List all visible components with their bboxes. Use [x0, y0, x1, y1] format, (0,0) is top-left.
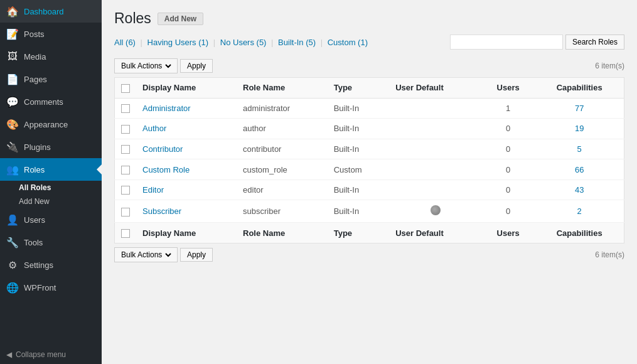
bottom-bulk-actions-select[interactable]: Bulk Actions: [119, 250, 173, 260]
sidebar-item-appearance[interactable]: 🎨 Appearance: [0, 113, 102, 136]
sidebar-item-label: Plugins: [24, 142, 51, 152]
sidebar-item-roles[interactable]: 👥 Roles: [0, 158, 102, 181]
sidebar-item-label: Comments: [24, 97, 63, 107]
page-title: Roles: [114, 10, 151, 27]
table-header-row: Display Name Role Name Type User Default…: [115, 78, 624, 99]
table-row: Custom Rolecustom_roleCustom066: [115, 159, 624, 180]
top-toolbar: Bulk Actions Apply 6 item(s): [114, 55, 624, 77]
display-name-link[interactable]: Subscriber: [142, 206, 181, 216]
sidebar-item-wpfront[interactable]: 🌐 WPFront: [0, 276, 102, 299]
display-name-link[interactable]: Contributor: [142, 144, 183, 154]
header-type: Type: [328, 78, 390, 99]
filter-all[interactable]: All (6): [114, 38, 136, 47]
capabilities-link[interactable]: 2: [577, 206, 582, 216]
sidebar-item-label: Roles: [24, 165, 45, 174]
row-display-name: Editor: [136, 179, 237, 200]
sidebar-item-users[interactable]: 👤 Users: [0, 208, 102, 231]
footer-select-all-checkbox[interactable]: [121, 229, 130, 238]
tools-icon: 🔧: [6, 236, 19, 249]
search-roles-button[interactable]: Search Roles: [565, 35, 624, 50]
capabilities-link[interactable]: 19: [575, 124, 584, 133]
sidebar-sub-all-roles[interactable]: All Roles: [0, 181, 102, 195]
pages-icon: 📄: [6, 73, 19, 85]
top-toolbar-left: Bulk Actions Apply: [114, 58, 213, 73]
row-capabilities: 5: [535, 139, 624, 159]
filter-having-users[interactable]: Having Users (1): [147, 38, 209, 47]
filter-no-users[interactable]: No Users (5): [220, 38, 267, 47]
top-apply-button[interactable]: Apply: [180, 59, 213, 73]
bottom-bulk-actions-dropdown[interactable]: Bulk Actions: [114, 247, 178, 262]
row-check-cell: [115, 139, 137, 159]
filter-custom[interactable]: Custom (1): [328, 38, 368, 47]
sidebar-item-pages[interactable]: 📄 Pages: [0, 68, 102, 90]
row-users: 1: [481, 98, 535, 119]
row-type: Custom: [328, 159, 390, 180]
table-body: AdministratoradministratorBuilt-In177Aut…: [115, 98, 624, 243]
row-checkbox[interactable]: [121, 104, 130, 113]
main-content: Roles Add New All (6) | Having Users (1)…: [102, 0, 637, 364]
filter-built-in[interactable]: Built-In (5): [278, 38, 316, 47]
header-role-name: Role Name: [237, 78, 328, 99]
footer-col-6: Capabilities: [535, 223, 624, 244]
bulk-actions-select[interactable]: Bulk Actions: [119, 61, 173, 71]
collapse-label: Collapse menu: [16, 350, 66, 359]
sep4: |: [321, 38, 323, 47]
roles-table: Display Name Role Name Type User Default…: [114, 77, 624, 244]
sep1: |: [141, 38, 142, 47]
sidebar-item-posts[interactable]: 📝 Posts: [0, 23, 102, 45]
capabilities-link[interactable]: 66: [575, 165, 584, 174]
capabilities-link[interactable]: 77: [575, 104, 584, 113]
sidebar-item-tools[interactable]: 🔧 Tools: [0, 231, 102, 254]
row-type: Built-In: [328, 179, 390, 200]
row-user-default: [389, 139, 481, 159]
table-footer-header-row: Display NameRole NameTypeUser DefaultUse…: [115, 223, 624, 244]
plugins-icon: 🔌: [6, 141, 19, 153]
sidebar-sub-add-new[interactable]: Add New: [0, 195, 102, 208]
row-checkbox[interactable]: [121, 208, 130, 217]
sidebar-item-dashboard[interactable]: 🏠 Dashboard: [0, 0, 102, 23]
wpfront-icon: 🌐: [6, 281, 19, 294]
posts-icon: 📝: [6, 28, 19, 40]
row-checkbox[interactable]: [121, 186, 130, 195]
sidebar-item-label: Appearance: [24, 120, 68, 129]
display-name-link[interactable]: Administrator: [142, 104, 191, 113]
capabilities-link[interactable]: 43: [575, 185, 584, 195]
capabilities-link[interactable]: 5: [577, 144, 582, 154]
collapse-menu[interactable]: ◀ Collapse menu: [0, 345, 102, 364]
select-all-checkbox[interactable]: [121, 84, 130, 93]
search-input[interactable]: [450, 35, 563, 50]
sidebar-item-settings[interactable]: ⚙ Settings: [0, 254, 102, 276]
row-display-name: Custom Role: [136, 159, 237, 180]
row-check-cell: [115, 159, 137, 180]
row-type: Built-In: [328, 139, 390, 159]
row-type: Built-In: [328, 98, 390, 119]
bottom-apply-button[interactable]: Apply: [180, 248, 213, 262]
add-new-button[interactable]: Add New: [158, 13, 203, 25]
footer-col-1: Display Name: [136, 223, 237, 244]
row-display-name: Author: [136, 119, 237, 139]
display-name-link[interactable]: Author: [142, 124, 166, 133]
row-capabilities: 2: [535, 200, 624, 223]
row-checkbox[interactable]: [121, 145, 130, 154]
sidebar-item-label: Dashboard: [24, 7, 64, 16]
row-role-name: subscriber: [237, 200, 328, 223]
display-name-link[interactable]: Custom Role: [142, 165, 190, 174]
row-type: Built-In: [328, 119, 390, 139]
sep3: |: [271, 38, 273, 47]
row-role-name: editor: [237, 179, 328, 200]
sidebar-item-comments[interactable]: 💬 Comments: [0, 90, 102, 113]
sidebar-item-label: Pages: [24, 75, 47, 84]
sidebar-item-label: Posts: [24, 29, 45, 39]
display-name-link[interactable]: Editor: [142, 185, 164, 195]
row-checkbox[interactable]: [121, 166, 130, 174]
row-type: Built-In: [328, 200, 390, 223]
header-user-default: User Default: [389, 78, 481, 99]
sidebar-item-plugins[interactable]: 🔌 Plugins: [0, 136, 102, 158]
bulk-actions-dropdown[interactable]: Bulk Actions: [114, 58, 178, 73]
header-check: [115, 78, 137, 99]
table-row: ContributorcontributorBuilt-In05: [115, 139, 624, 159]
row-capabilities: 43: [535, 179, 624, 200]
sidebar-item-media[interactable]: 🖼 Media: [0, 45, 102, 68]
row-checkbox[interactable]: [121, 125, 130, 134]
active-arrow: [97, 164, 102, 174]
